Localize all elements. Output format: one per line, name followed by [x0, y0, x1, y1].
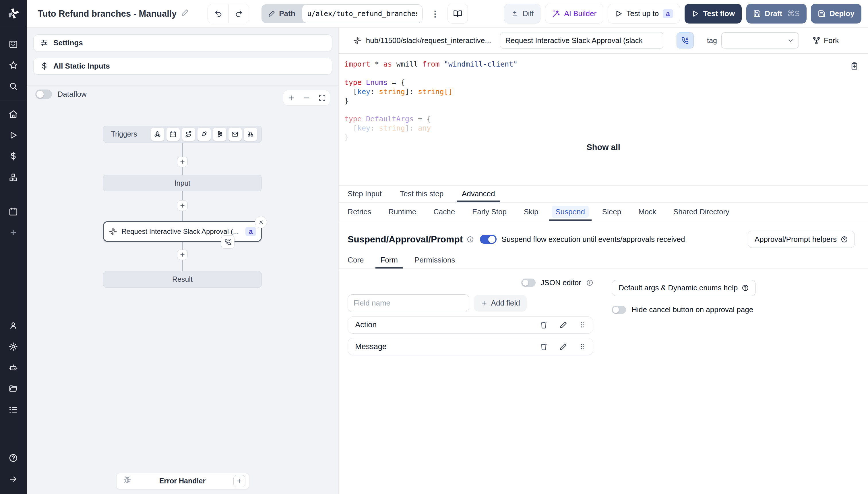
trash-icon: [540, 343, 548, 350]
http-route-trigger-button[interactable]: [182, 128, 195, 141]
sidebar-item-help[interactable]: [0, 448, 27, 469]
field-name-label: Message: [355, 342, 529, 351]
add-step-button[interactable]: [177, 157, 188, 167]
sidebar-item-apps[interactable]: [0, 34, 27, 55]
form-helpers-column: Default args & Dynamic enums help Hide c…: [612, 277, 756, 355]
tab-core[interactable]: Core: [348, 252, 364, 268]
schedule-trigger-button[interactable]: [166, 128, 180, 141]
docs-button[interactable]: [447, 4, 468, 23]
edit-field-button[interactable]: [559, 343, 567, 350]
show-all-button[interactable]: Show all: [339, 143, 868, 152]
sidebar-item-workers[interactable]: [0, 357, 27, 378]
zoom-out-button[interactable]: [299, 91, 314, 105]
graph-zoom-controls: [283, 90, 330, 106]
tab-runtime[interactable]: Runtime: [388, 203, 416, 221]
sidebar-item-add[interactable]: [0, 222, 27, 243]
tab-step-input[interactable]: Step Input: [348, 186, 382, 202]
fork-button[interactable]: Fork: [812, 36, 839, 45]
add-error-handler-button[interactable]: [233, 475, 245, 487]
deploy-button[interactable]: Deploy: [811, 4, 862, 23]
scheduled-poll-trigger-button[interactable]: [244, 128, 257, 141]
flow-settings-button[interactable]: Settings: [33, 34, 332, 52]
tab-mock[interactable]: Mock: [639, 203, 656, 221]
all-static-inputs-button[interactable]: All Static Inputs: [33, 58, 332, 75]
field-name-input[interactable]: [348, 294, 469, 312]
copy-code-button[interactable]: [850, 62, 858, 73]
redo-button[interactable]: [228, 4, 249, 23]
tab-sleep[interactable]: Sleep: [602, 203, 622, 221]
kafka-trigger-button[interactable]: [213, 128, 226, 141]
tab-skip[interactable]: Skip: [524, 203, 538, 221]
sidebar-item-home[interactable]: [0, 104, 27, 125]
hide-cancel-toggle[interactable]: [612, 306, 626, 314]
info-icon[interactable]: [467, 236, 474, 243]
error-handler-node[interactable]: Error Handler: [116, 473, 249, 489]
sidebar-item-variables[interactable]: [0, 146, 27, 167]
tab-shared-directory[interactable]: Shared Directory: [673, 203, 730, 221]
dataflow-toggle[interactable]: [35, 90, 52, 99]
suspend-enable-toggle[interactable]: [480, 235, 497, 244]
code-preview[interactable]: import * as wmill from "windmill-client"…: [339, 54, 868, 185]
sidebar-item-folders[interactable]: [0, 378, 27, 399]
path-input[interactable]: [302, 4, 423, 23]
delete-field-button[interactable]: [540, 343, 548, 350]
suspend-indicator-badge[interactable]: [221, 235, 234, 248]
sidebar-expand-button[interactable]: [0, 469, 27, 490]
zoom-in-button[interactable]: [283, 91, 299, 105]
sidebar-item-settings[interactable]: [0, 336, 27, 357]
webhook-trigger-button[interactable]: [151, 128, 164, 141]
draft-button[interactable]: Draft ⌘S: [746, 4, 807, 23]
tab-test-this-step[interactable]: Test this step: [400, 186, 443, 202]
triggers-node[interactable]: Triggers: [103, 126, 262, 143]
sidebar-item-users[interactable]: [0, 315, 27, 336]
add-step-button[interactable]: [177, 250, 188, 260]
approval-prompt-helpers-button[interactable]: Approval/Prompt helpers: [748, 231, 855, 248]
windmill-logo[interactable]: [0, 0, 27, 27]
edit-field-button[interactable]: [559, 321, 567, 329]
sidebar-item-schedules[interactable]: [0, 201, 27, 222]
add-field-button[interactable]: Add field: [474, 295, 527, 311]
form-field-row[interactable]: Message: [348, 338, 593, 355]
slack-approval-step-node[interactable]: Request Interactive Slack Approval (... …: [103, 221, 262, 242]
drag-handle[interactable]: [579, 321, 586, 329]
sidebar-item-runs[interactable]: [0, 125, 27, 146]
delete-field-button[interactable]: [540, 321, 548, 329]
tag-select[interactable]: [721, 33, 799, 49]
suspend-description: Suspend flow execution until events/appr…: [501, 235, 685, 244]
tab-form[interactable]: Form: [380, 252, 398, 268]
suspend-settings-button[interactable]: [677, 33, 694, 49]
delete-step-button[interactable]: [255, 216, 267, 228]
diff-button[interactable]: Diff: [504, 4, 540, 23]
more-menu-button[interactable]: ⋮: [427, 9, 443, 19]
hub-script-path[interactable]: hub/11500/slack/request_interactive...: [366, 36, 491, 45]
test-flow-button[interactable]: Test flow: [685, 4, 742, 23]
edit-title-button[interactable]: [181, 8, 189, 19]
tab-early-stop[interactable]: Early Stop: [472, 203, 506, 221]
input-node[interactable]: Input: [103, 175, 262, 191]
json-editor-toggle[interactable]: [521, 279, 536, 287]
form-field-row[interactable]: Action: [348, 317, 593, 334]
tab-retries[interactable]: Retries: [348, 203, 371, 221]
result-node[interactable]: Result: [103, 271, 262, 288]
sidebar-item-search[interactable]: [0, 76, 27, 97]
tab-advanced[interactable]: Advanced: [462, 186, 495, 202]
info-icon: [742, 284, 749, 291]
fit-view-button[interactable]: [314, 91, 330, 105]
sidebar-item-favorites[interactable]: [0, 55, 27, 76]
step-summary-input[interactable]: [500, 32, 663, 49]
sidebar-item-resources[interactable]: [0, 167, 27, 188]
tab-cache[interactable]: Cache: [433, 203, 455, 221]
email-trigger-button[interactable]: [228, 128, 242, 141]
arrow-right-icon: [9, 475, 18, 484]
default-args-help-button[interactable]: Default args & Dynamic enums help: [612, 280, 756, 296]
sidebar-item-audit-logs[interactable]: [0, 399, 27, 420]
undo-button[interactable]: [208, 4, 228, 23]
websocket-trigger-button[interactable]: [198, 128, 211, 141]
info-icon[interactable]: [586, 279, 593, 286]
drag-handle[interactable]: [579, 343, 586, 350]
ai-builder-button[interactable]: AI Builder: [545, 4, 603, 23]
test-up-to-button[interactable]: Test up to a: [608, 4, 680, 23]
tab-permissions[interactable]: Permissions: [414, 252, 455, 268]
add-step-button[interactable]: [177, 200, 188, 211]
tab-suspend[interactable]: Suspend: [555, 203, 585, 221]
